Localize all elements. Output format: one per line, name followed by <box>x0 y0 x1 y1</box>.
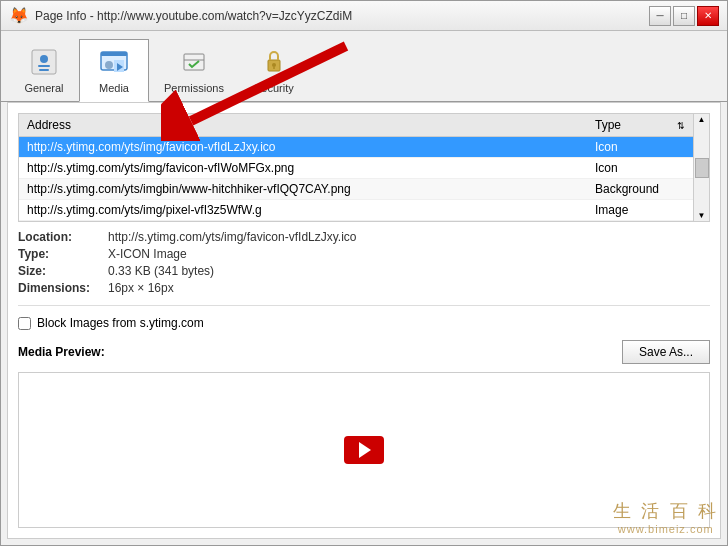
tab-permissions-label: Permissions <box>164 82 224 94</box>
table-row[interactable]: http://s.ytimg.com/yts/img/favicon-vfIWo… <box>19 158 693 179</box>
col-header-scroll: ⇅ <box>677 114 693 137</box>
dimensions-label: Dimensions: <box>18 281 108 295</box>
dimensions-value: 16px × 16px <box>108 281 174 295</box>
cell-type: Icon <box>587 158 677 179</box>
tab-media-label: Media <box>99 82 129 94</box>
svg-rect-9 <box>184 54 204 70</box>
table-row[interactable]: http://s.ytimg.com/yts/img/favicon-vfIdL… <box>19 137 693 158</box>
save-as-button[interactable]: Save As... <box>622 340 710 364</box>
tab-media[interactable]: Media <box>79 39 149 102</box>
type-label: Type: <box>18 247 108 261</box>
table-row[interactable]: http://s.ytimg.com/yts/img/pixel-vfI3z5W… <box>19 200 693 221</box>
block-images-checkbox[interactable] <box>18 317 31 330</box>
tab-security-label: Security <box>254 82 294 94</box>
cell-type: Background <box>587 179 677 200</box>
svg-rect-3 <box>39 69 49 71</box>
close-button[interactable]: ✕ <box>697 6 719 26</box>
scroll-down-button[interactable]: ▼ <box>698 211 706 220</box>
play-triangle-icon <box>359 442 371 458</box>
cell-type: Image <box>587 200 677 221</box>
media-table-container: Address Type ⇅ http://s.ytimg.com/yts/im… <box>18 113 710 222</box>
cell-scroll <box>677 179 693 200</box>
info-row-type: Type: X-ICON Image <box>18 247 710 261</box>
col-header-address: Address <box>19 114 587 137</box>
cell-scroll <box>677 158 693 179</box>
scroll-up-button[interactable]: ▲ <box>698 115 706 124</box>
svg-rect-2 <box>38 65 50 67</box>
scroll-thumb[interactable] <box>695 158 709 178</box>
cell-scroll <box>677 200 693 221</box>
info-row-size: Size: 0.33 KB (341 bytes) <box>18 264 710 278</box>
media-icon <box>98 46 130 78</box>
tab-security[interactable]: Security <box>239 39 309 101</box>
cell-address: http://s.ytimg.com/yts/imgbin/www-hitchh… <box>19 179 587 200</box>
col-header-type: Type <box>587 114 677 137</box>
block-images-label: Block Images from s.ytimg.com <box>37 316 204 330</box>
maximize-button[interactable]: □ <box>673 6 695 26</box>
cell-address: http://s.ytimg.com/yts/img/favicon-vfIdL… <box>19 137 587 158</box>
media-table: Address Type ⇅ http://s.ytimg.com/yts/im… <box>19 114 693 221</box>
media-preview-label: Media Preview: <box>18 345 105 359</box>
minimize-button[interactable]: ─ <box>649 6 671 26</box>
type-value: X-ICON Image <box>108 247 187 261</box>
window-title: Page Info - http://www.youtube.com/watch… <box>35 9 352 23</box>
scroll-indicator-icon: ⇅ <box>677 121 685 131</box>
table-row[interactable]: http://s.ytimg.com/yts/imgbin/www-hitchh… <box>19 179 693 200</box>
tab-permissions[interactable]: Permissions <box>149 39 239 101</box>
info-section: Location: http://s.ytimg.com/yts/img/fav… <box>18 230 710 295</box>
info-row-dimensions: Dimensions: 16px × 16px <box>18 281 710 295</box>
tab-bar: General Media <box>1 31 727 102</box>
tab-general[interactable]: General <box>9 39 79 101</box>
svg-rect-5 <box>101 52 127 56</box>
content-area: Address Type ⇅ http://s.ytimg.com/yts/im… <box>7 102 721 539</box>
size-value: 0.33 KB (341 bytes) <box>108 264 214 278</box>
location-value: http://s.ytimg.com/yts/img/favicon-vfIdL… <box>108 230 357 244</box>
tab-general-label: General <box>24 82 63 94</box>
title-bar-controls: ─ □ ✕ <box>649 6 719 26</box>
firefox-icon: 🦊 <box>9 6 29 25</box>
size-label: Size: <box>18 264 108 278</box>
general-icon <box>28 46 60 78</box>
cell-address: http://s.ytimg.com/yts/img/pixel-vfI3z5W… <box>19 200 587 221</box>
svg-point-6 <box>105 61 113 69</box>
cell-type: Icon <box>587 137 677 158</box>
bottom-row: Media Preview: Save As... <box>18 340 710 364</box>
cell-scroll <box>677 137 693 158</box>
permissions-icon <box>178 46 210 78</box>
info-row-location: Location: http://s.ytimg.com/yts/img/fav… <box>18 230 710 244</box>
table-scrollbar[interactable]: ▲ ▼ <box>693 114 709 221</box>
title-bar-left: 🦊 Page Info - http://www.youtube.com/wat… <box>9 6 352 25</box>
cell-address: http://s.ytimg.com/yts/img/favicon-vfIWo… <box>19 158 587 179</box>
block-images-row: Block Images from s.ytimg.com <box>18 316 710 330</box>
title-bar: 🦊 Page Info - http://www.youtube.com/wat… <box>1 1 727 31</box>
preview-area <box>18 372 710 528</box>
youtube-play-button <box>344 436 384 464</box>
separator <box>18 305 710 306</box>
security-icon <box>258 46 290 78</box>
svg-point-12 <box>272 63 276 67</box>
main-window: 🦊 Page Info - http://www.youtube.com/wat… <box>0 0 728 546</box>
location-label: Location: <box>18 230 108 244</box>
svg-point-1 <box>40 55 48 63</box>
